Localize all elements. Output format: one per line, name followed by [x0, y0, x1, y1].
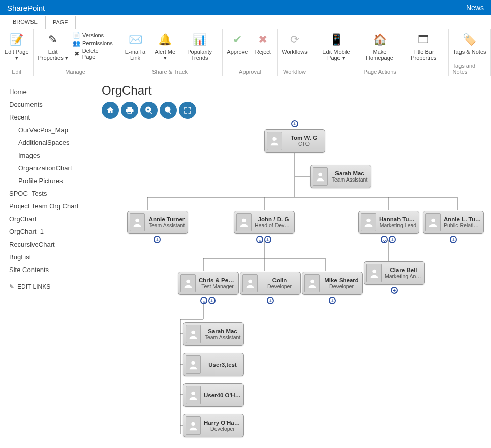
node-user3[interactable]: User3,test — [183, 353, 244, 376]
svg-point-31 — [191, 361, 195, 365]
expand-chris[interactable]: + — [208, 297, 216, 304]
node-sarah2[interactable]: Sarah MacTeam Assistant — [183, 322, 244, 346]
avatar-sarah1 — [313, 167, 328, 186]
avatar-harry — [186, 416, 201, 435]
versions-button[interactable]: 📄Versions — [73, 32, 104, 39]
node-hannah[interactable]: Hannah TurnerMarketing Lead — [358, 211, 419, 234]
node-user40[interactable]: User40 O'Hair — [183, 383, 244, 407]
expand-john[interactable]: + — [264, 236, 271, 243]
titlebar-button[interactable]: 🗔Title Bar Properties — [403, 32, 444, 61]
avatar-tom — [267, 132, 282, 150]
make-homepage-button[interactable]: 🏠Make Homepage — [361, 32, 398, 61]
avatar-mike — [304, 274, 320, 292]
collapse-chris[interactable]: ⌄ — [200, 297, 207, 304]
chart-zoom-out-button[interactable] — [160, 102, 177, 119]
nav-profilepictures[interactable]: Profile Pictures — [9, 174, 96, 187]
ribbon: 📝 Edit Page ▾ Edit ✎ Edit Properties ▾ 📄… — [0, 29, 491, 76]
expand-up-tom[interactable]: + — [291, 120, 298, 127]
edit-properties-button[interactable]: ✎ Edit Properties ▾ — [38, 32, 68, 61]
check-icon: ✔ — [229, 32, 246, 48]
svg-point-32 — [191, 392, 195, 395]
mobile-icon: 📱 — [328, 32, 344, 48]
node-annie[interactable]: Annie TurnerTeam Assistant — [127, 211, 188, 234]
versions-icon: 📄 — [73, 32, 80, 39]
reject-button[interactable]: ✖Reject — [253, 32, 273, 55]
ribbon-group-approval-title: Approval — [239, 69, 261, 75]
node-colin[interactable]: ColinDeveloper — [240, 272, 301, 295]
svg-point-28 — [310, 280, 314, 283]
nav-sitecontents[interactable]: Site Contents — [9, 263, 96, 276]
alert-me-button[interactable]: 🔔Alert Me ▾ — [154, 32, 176, 61]
workflows-button[interactable]: ⟳Workflows — [282, 32, 308, 55]
avatar-hannah — [361, 213, 376, 231]
expand-hannah[interactable]: + — [389, 236, 396, 243]
ribbon-group-manage: ✎ Edit Properties ▾ 📄Versions 👥Permissio… — [34, 29, 117, 76]
nav-documents[interactable]: Documents — [9, 98, 96, 111]
expand-clare[interactable]: + — [391, 287, 398, 294]
chart-toolbar — [102, 102, 491, 119]
nav-ourvacpos[interactable]: OurVacPos_Map — [9, 124, 96, 136]
ribbon-group-approval: ✔Approve ✖Reject Approval — [223, 29, 278, 76]
expand-colin[interactable]: + — [267, 297, 274, 304]
plus-icon: + — [210, 298, 213, 304]
chart-fullscreen-button[interactable] — [179, 102, 196, 119]
tab-page[interactable]: PAGE — [45, 16, 76, 29]
delete-page-button[interactable]: ✖Delete Page — [73, 48, 113, 60]
svg-point-30 — [191, 331, 195, 334]
nav-home[interactable]: Home — [9, 85, 96, 98]
nav-images[interactable]: Images — [9, 149, 96, 162]
nav-recursivechart[interactable]: RecursiveChart — [9, 238, 96, 251]
edit-page-button[interactable]: 📝 Edit Page ▾ — [4, 32, 29, 61]
mail-icon: ✉️ — [127, 32, 143, 48]
edit-mobile-button[interactable]: 📱Edit Mobile Page ▾ — [316, 32, 356, 61]
page-title: OrgChart — [102, 83, 491, 98]
email-link-button[interactable]: ✉️E-mail a Link — [121, 32, 149, 61]
node-chris[interactable]: Chris & Pers\onTest Manager — [178, 272, 239, 295]
ribbon-group-edit-title: Edit — [12, 69, 21, 75]
node-harry[interactable]: Harry O'Hair O'connorDeveloper — [183, 414, 244, 437]
popularity-button[interactable]: 📊Popularity Trends — [181, 32, 218, 61]
collapse-john[interactable]: ⌄ — [256, 236, 263, 243]
approve-button[interactable]: ✔Approve — [227, 32, 248, 55]
svg-point-21 — [318, 173, 322, 176]
plus-icon: + — [452, 237, 455, 243]
plus-icon: + — [393, 288, 396, 293]
edit-links-button[interactable]: ✎ EDIT LINKS — [9, 283, 96, 290]
nav-spoc-tests[interactable]: SPOC_Tests — [9, 187, 96, 200]
node-mike[interactable]: Mike SheardDeveloper — [302, 272, 363, 295]
ribbon-group-tags-title: Tags and Notes — [453, 63, 486, 75]
nav-additionalspaces[interactable]: AdditionalSpaces — [9, 136, 96, 149]
expand-anniel[interactable]: + — [450, 236, 457, 243]
nav-orgchart-1[interactable]: OrgChart_1 — [9, 225, 96, 238]
plus-icon: + — [293, 121, 296, 127]
expand-annie[interactable]: + — [154, 236, 161, 243]
chart-print-button[interactable] — [121, 102, 138, 119]
titlebar-icon: 🗔 — [415, 32, 432, 48]
avatar-user3 — [186, 355, 201, 374]
chart-home-button[interactable] — [102, 102, 119, 119]
collapse-hannah[interactable]: ⌄ — [381, 236, 388, 243]
edit-page-icon: 📝 — [9, 32, 25, 48]
avatar-chris — [180, 274, 196, 292]
nav-recent[interactable]: Recent — [9, 111, 96, 124]
node-john[interactable]: John / D. GHead of Development — [234, 211, 295, 234]
edit-properties-label: Edit Properties — [38, 49, 64, 61]
nav-organizationchart[interactable]: OrganizationChart — [9, 162, 96, 174]
permissions-button[interactable]: 👥Permissions — [73, 40, 113, 47]
down-arrow-icon: ⌄ — [382, 237, 387, 243]
chart-zoom-in-button[interactable] — [140, 102, 158, 119]
svg-point-24 — [366, 219, 370, 222]
expand-mike[interactable]: + — [329, 297, 336, 304]
nav-orgchart[interactable]: OrgChart — [9, 213, 96, 225]
nav-buglist[interactable]: BugList — [9, 251, 96, 263]
newsfeed-link[interactable]: News — [466, 4, 484, 12]
plus-icon: + — [156, 237, 159, 243]
svg-point-20 — [272, 137, 276, 141]
nav-project-team-org[interactable]: Project Team Org Chart — [9, 200, 96, 213]
node-tom[interactable]: Tom W. GCTO — [264, 129, 325, 153]
tab-browse[interactable]: BROWSE — [5, 15, 45, 29]
tags-notes-button[interactable]: 🏷️Tags & Notes — [453, 32, 486, 55]
node-anniel[interactable]: Annie L. TurnerPublic Relations — [423, 211, 484, 234]
node-sarah-assistant[interactable]: Sarah MacTeam Assistant — [310, 165, 371, 188]
node-clare[interactable]: Clare BellMarketing Analyst — [364, 261, 425, 285]
